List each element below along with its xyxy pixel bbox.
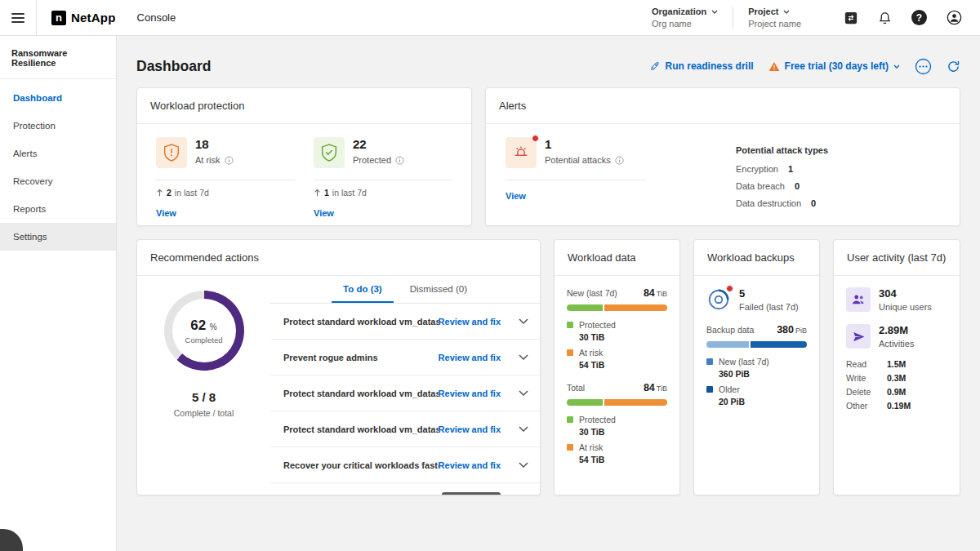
workspace-switcher-icon[interactable] — [844, 11, 858, 25]
chevron-down-icon — [893, 64, 900, 69]
help-icon[interactable]: ? — [911, 10, 927, 25]
tab-dismissed[interactable]: Dismissed (0) — [399, 276, 479, 303]
sidebar: Ransomware Resilience Dashboard Protecti… — [0, 36, 117, 551]
protected-view-link[interactable]: View — [314, 208, 452, 218]
alerts-view-link[interactable]: View — [506, 191, 677, 201]
total-data-label: Total — [567, 383, 585, 393]
activities-count: 2.89M — [879, 324, 914, 337]
action-row: Prevent rogue admins Review and fix — [270, 340, 540, 375]
bar-segment-older — [751, 341, 807, 348]
refresh-icon[interactable] — [947, 60, 960, 73]
recommended-actions-title: Recommended actions — [137, 240, 540, 276]
brand-name: NetApp — [71, 11, 116, 24]
trend-up-icon — [314, 189, 321, 197]
hamburger-menu-icon[interactable] — [0, 0, 37, 35]
stat-value: 0.9M — [887, 387, 947, 397]
user-activity-title: User activity (last 7d) — [834, 240, 960, 276]
attack-type-value: 0 — [811, 198, 816, 208]
protected-trend-value: 1 — [324, 188, 329, 198]
at-risk-count: 18 — [195, 137, 234, 152]
total-data-value: 84 — [644, 382, 655, 393]
info-icon[interactable] — [225, 156, 234, 165]
tab-to-do[interactable]: To do (3) — [332, 276, 394, 303]
complete-button[interactable]: Complete — [442, 492, 501, 495]
chevron-down-icon[interactable] — [519, 426, 528, 432]
unique-users-count: 304 — [879, 287, 932, 300]
organization-label: Organization — [652, 7, 706, 16]
chevron-down-icon[interactable] — [519, 354, 528, 360]
backup-data-label: Backup data — [706, 325, 754, 335]
review-and-fix-link[interactable]: Review and fix — [439, 424, 501, 434]
legend-value: 54 TiB — [579, 360, 667, 370]
project-selector[interactable]: Project Project name — [733, 7, 816, 29]
sidebar-item-recovery[interactable]: Recovery — [0, 167, 116, 195]
at-risk-view-link[interactable]: View — [156, 208, 295, 218]
attack-types-title: Potential attack types — [736, 145, 828, 155]
protected-count: 22 — [353, 137, 404, 152]
completion-donut-chart: 62 % Completed — [164, 291, 244, 371]
stat-label: Read — [846, 359, 887, 369]
chevron-down-icon[interactable] — [519, 318, 528, 324]
users-icon — [846, 287, 871, 312]
info-icon[interactable] — [395, 156, 404, 165]
alert-badge-dot — [532, 135, 539, 142]
warning-triangle-icon — [768, 61, 780, 72]
stat-label: Delete — [846, 387, 887, 397]
info-icon[interactable] — [615, 156, 624, 165]
review-and-fix-link[interactable]: Review and fix — [439, 353, 501, 362]
netapp-logo-mark: n — [51, 11, 66, 25]
sidebar-item-dashboard[interactable]: Dashboard — [0, 84, 116, 112]
stat-value: 0.19M — [887, 401, 947, 411]
review-and-fix-link[interactable]: Review and fix — [439, 389, 501, 398]
sidebar-item-protection[interactable]: Protection — [0, 112, 116, 140]
organization-value: Org name — [652, 19, 718, 29]
backup-data-value: 380 — [777, 324, 794, 335]
user-activity-card: User activity (last 7d) 304 Unique users — [833, 239, 960, 495]
legend-label: Protected — [579, 320, 616, 330]
protected-label: Protected — [353, 155, 391, 165]
bar-segment-new — [706, 341, 749, 348]
product-name: Console — [137, 11, 176, 24]
bar-segment-at-risk — [604, 304, 666, 311]
shield-check-icon — [314, 137, 345, 168]
sidebar-item-settings[interactable]: Settings — [0, 223, 116, 251]
netapp-logo: n NetApp — [51, 11, 116, 25]
total-data-bar-chart — [567, 399, 667, 406]
workload-backups-card: Workload backups 5 Failed (last 7d) Back… — [693, 239, 820, 495]
action-title: Protect standard workload vm_datastore_u… — [283, 424, 439, 434]
sidebar-item-reports[interactable]: Reports — [0, 195, 116, 223]
free-trial-dropdown[interactable]: Free trial (30 days left) — [768, 60, 900, 72]
siren-icon — [506, 137, 537, 168]
bar-segment-at-risk — [604, 399, 666, 406]
workload-protection-card: Workload protection 18 At risk — [136, 87, 472, 226]
organization-selector[interactable]: Organization Org name — [637, 7, 733, 29]
legend-value: 30 TiB — [579, 332, 667, 342]
legend-color-swatch — [706, 358, 713, 365]
workload-protection-title: Workload protection — [137, 88, 471, 124]
completion-percent: 62 — [190, 318, 206, 333]
more-options-icon[interactable] — [915, 58, 932, 75]
action-title: Prevent rogue admins — [283, 353, 439, 362]
attack-type-label: Data breach — [736, 181, 785, 191]
recommended-actions-card: Recommended actions 62 % Completed 5 / 8… — [136, 239, 541, 495]
recommended-actions-tabs: To do (3) Dismissed (0) — [270, 276, 540, 304]
project-value: Project name — [748, 19, 801, 29]
alerts-card: Alerts 1 Potential attacks — [485, 87, 960, 226]
review-and-fix-link[interactable]: Review and fix — [439, 460, 501, 470]
review-and-fix-link[interactable]: Review and fix — [439, 317, 501, 327]
at-risk-label: At risk — [195, 155, 220, 165]
alerts-title: Alerts — [486, 88, 960, 124]
chevron-down-icon — [783, 10, 790, 14]
sidebar-item-alerts[interactable]: Alerts — [0, 140, 116, 167]
new-data-label: New (last 7d) — [567, 288, 617, 298]
notifications-bell-icon[interactable] — [878, 11, 892, 25]
potential-attacks-count: 1 — [545, 137, 624, 152]
run-readiness-drill-button[interactable]: Run readiness drill — [649, 60, 754, 72]
bar-segment-protected — [567, 304, 603, 311]
chevron-down-icon[interactable] — [519, 390, 528, 396]
legend-value: 20 PiB — [719, 397, 807, 407]
chevron-down-icon — [711, 10, 718, 14]
chevron-down-icon[interactable] — [519, 462, 528, 468]
potential-attacks-label: Potential attacks — [545, 155, 611, 165]
account-icon[interactable] — [947, 10, 962, 25]
